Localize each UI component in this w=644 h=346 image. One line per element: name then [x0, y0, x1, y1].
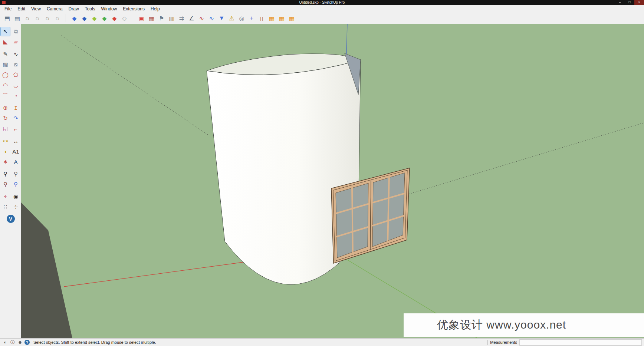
zoom-window-tool-icon[interactable]: ⚲	[11, 169, 20, 178]
menu-item-draw[interactable]: Draw	[66, 6, 82, 12]
right-view-icon[interactable]: ⌂	[32, 14, 42, 23]
scale-tool-icon[interactable]: ◱	[1, 124, 10, 133]
tool-row: ◖A1	[0, 147, 21, 156]
grid-small-icon[interactable]: ▦	[287, 14, 297, 23]
help-icon[interactable]: ?	[24, 340, 30, 345]
spiral-icon[interactable]: ◎	[237, 14, 247, 23]
angle-icon[interactable]: ∠	[187, 14, 197, 23]
make-component-tool-icon[interactable]: ⧉	[11, 27, 20, 36]
cone-point-icon[interactable]: ▼	[217, 14, 227, 23]
sketchup-logo-icon	[2, 1, 6, 4]
maximize-button[interactable]: □	[625, 0, 634, 5]
menu-item-edit[interactable]: Edit	[14, 6, 28, 12]
rotated-rectangle-tool-icon[interactable]: ⧅	[11, 60, 20, 69]
tool-row: ◱⌐	[0, 124, 21, 133]
material-square-icon[interactable]: ▣	[137, 14, 147, 23]
freehand-tool-icon[interactable]: ∿	[11, 50, 20, 59]
three-point-arc-tool-icon[interactable]: ⌒	[1, 91, 10, 100]
polygon-tool-icon[interactable]: ⬠	[11, 70, 20, 79]
tool-row: V	[0, 215, 21, 223]
grid-box-icon[interactable]: ▦	[267, 14, 277, 23]
pie-tool-icon[interactable]: ◔	[11, 91, 20, 100]
vray-tool-icon[interactable]: V	[7, 215, 15, 223]
watermark-text: 优象设计 www.yooox.net	[404, 317, 566, 333]
tool-row: ⚲⚲	[0, 169, 21, 178]
offset-tool-icon[interactable]: ⌐	[11, 124, 20, 133]
minimize-button[interactable]: –	[615, 0, 625, 5]
push-pull-tool-icon[interactable]: ↥	[11, 103, 20, 112]
iso-view-icon[interactable]: ⬒	[2, 14, 12, 23]
close-button[interactable]: ×	[634, 0, 644, 5]
top-toolbar: ⬒▤⌂⌂⌂⌂◆◆◆◆◆◇▣▦⚑▥⇉∠∿∿▼⚠◎+▯▦▦▦	[0, 13, 644, 24]
polyline-icon[interactable]: ∿	[207, 14, 217, 23]
component-box-icon[interactable]: ▥	[167, 14, 177, 23]
menu-item-file[interactable]: File	[1, 6, 14, 12]
flag-icon[interactable]: ⚑	[157, 14, 167, 23]
line-tool-icon[interactable]: ✎	[1, 50, 10, 59]
intersect-icon[interactable]: ◆	[79, 14, 89, 23]
paint-bucket-tool-icon[interactable]: ◣	[1, 37, 10, 46]
back-view-icon[interactable]: ⌂	[42, 14, 52, 23]
eraser-tool-icon[interactable]: ▰	[11, 37, 20, 46]
menu-item-extensions[interactable]: Extensions	[120, 6, 148, 12]
left-view-icon[interactable]: ⌂	[52, 14, 62, 23]
outer-shell-icon[interactable]: ◆	[69, 14, 79, 23]
top-view-icon[interactable]: ▤	[12, 14, 22, 23]
geolocation-icon[interactable]: ◐	[2, 339, 8, 345]
union-icon[interactable]: ◆	[89, 14, 99, 23]
front-view-icon[interactable]: ⌂	[22, 14, 32, 23]
menu-item-window[interactable]: Window	[98, 6, 120, 12]
walk-tool-icon[interactable]: ∷	[1, 202, 10, 211]
sketchup-window: Untitled.skp - SketchUp Pro – □ × FileEd…	[0, 0, 644, 346]
position-camera-tool-icon[interactable]: ⌖	[1, 192, 10, 201]
move-tool-icon[interactable]: ⊕	[1, 103, 10, 112]
main-area: ↖⧉◣▰✎∿▧⧅◯⬠◠◡⌒◔⊕↥↻↷◱⌐⊶↔◖A1∗A⚲⚲⚲⚲⌖◉∷⊹V	[0, 24, 644, 338]
tape-measure-tool-icon[interactable]: ⊶	[1, 136, 10, 145]
warning-icon[interactable]: ⚠	[227, 14, 237, 23]
zoom-previous-tool-icon[interactable]: ⚲	[1, 180, 10, 189]
dimension-tool-icon[interactable]: ↔	[11, 136, 20, 145]
tool-row: ↻↷	[0, 114, 21, 123]
toolbar-group-views: ⬒▤⌂⌂⌂⌂	[2, 14, 62, 23]
bezier-curve-icon[interactable]: ∿	[197, 14, 207, 23]
measurements-input[interactable]	[519, 339, 642, 346]
red-axis-negative	[385, 123, 644, 201]
double-arrow-icon[interactable]: ⇉	[177, 14, 187, 23]
toolbar-separator	[66, 14, 66, 22]
menu-item-tools[interactable]: Tools	[82, 6, 98, 12]
tool-row: ◣▰	[0, 37, 21, 46]
trim-icon[interactable]: ◆	[109, 14, 119, 23]
axes-tool-icon[interactable]: ∗	[1, 157, 10, 166]
rectangle-tool-icon[interactable]: ▧	[1, 60, 10, 69]
three-d-text-tool-icon[interactable]: A	[11, 157, 20, 166]
window-title: Untitled.skp - SketchUp Pro	[299, 0, 345, 5]
tool-row: ◠◡	[0, 81, 21, 90]
measurements-label: Measurements	[490, 340, 517, 345]
viewport[interactable]: 优象设计 www.yooox.net	[21, 24, 644, 338]
pan-tool-icon[interactable]: ⊹	[11, 202, 20, 211]
arc-tool-icon[interactable]: ◠	[1, 81, 10, 90]
split-icon[interactable]: ◇	[119, 14, 129, 23]
menu-item-camera[interactable]: Camera	[44, 6, 66, 12]
tool-row: ⊶↔	[0, 136, 21, 145]
protractor-tool-icon[interactable]: ◖	[1, 147, 10, 156]
credits-icon[interactable]: ⓘ	[10, 339, 16, 345]
zoom-tool-icon[interactable]: ⚲	[1, 169, 10, 178]
grid-flat-icon[interactable]: ▦	[277, 14, 287, 23]
text-tool-icon[interactable]: A1	[11, 147, 20, 156]
follow-me-tool-icon[interactable]: ↷	[11, 114, 20, 123]
select-tool-icon[interactable]: ↖	[1, 27, 10, 36]
move-cross-icon[interactable]: +	[247, 14, 257, 23]
menu-item-view[interactable]: View	[28, 6, 44, 12]
barrel-icon[interactable]: ▯	[257, 14, 267, 23]
circle-tool-icon[interactable]: ◯	[1, 70, 10, 79]
zoom-extents-tool-icon[interactable]: ⚲	[11, 180, 20, 189]
subtract-icon[interactable]: ◆	[99, 14, 109, 23]
large-tool-set: ↖⧉◣▰✎∿▧⧅◯⬠◠◡⌒◔⊕↥↻↷◱⌐⊶↔◖A1∗A⚲⚲⚲⚲⌖◉∷⊹V	[0, 24, 21, 338]
two-point-arc-tool-icon[interactable]: ◡	[11, 81, 20, 90]
look-around-tool-icon[interactable]: ◉	[11, 192, 20, 201]
menu-item-help[interactable]: Help	[148, 6, 163, 12]
user-icon[interactable]: ☻	[17, 339, 23, 345]
rotate-tool-icon[interactable]: ↻	[1, 114, 10, 123]
table-icon[interactable]: ▦	[147, 14, 157, 23]
